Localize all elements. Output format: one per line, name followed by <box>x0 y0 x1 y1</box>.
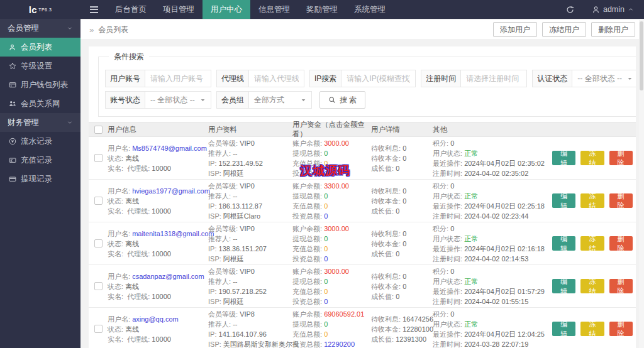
recharge-amount[interactable]: 0 <box>324 288 328 295</box>
withdraw-amount[interactable]: 0 <box>324 235 328 242</box>
nav-item-dashboard[interactable]: 后台首页 <box>107 0 155 19</box>
table-header: 用户信息 用户资料 用户资金（点击金额查看） 用户详情 其他 <box>89 122 636 137</box>
withdraw-amount[interactable]: 0 <box>324 320 328 328</box>
edit-button[interactable]: 编 辑 <box>552 236 575 251</box>
delete-button[interactable]: 删 除 <box>609 151 633 165</box>
withdraw-amount[interactable]: 0 <box>324 150 328 157</box>
freeze-button[interactable]: 冻 结 <box>580 236 604 251</box>
ip-input[interactable] <box>341 70 416 87</box>
delete-button[interactable]: 删 除 <box>609 279 633 293</box>
withdraw-amount[interactable]: 0 <box>324 278 328 285</box>
account-status-label: 账号状态 <box>105 91 145 109</box>
sidebar-item-member-list[interactable]: 会员列表 <box>0 38 80 57</box>
invest-amount[interactable]: 0 <box>324 298 328 305</box>
regtime-input[interactable] <box>461 70 527 87</box>
table-row: 用户名: Ms8574749@gmail.com 状态: 离线 实名: 代理线:… <box>89 137 636 180</box>
edit-button[interactable]: 编 辑 <box>552 322 575 336</box>
username-link[interactable]: axing@qq.com <box>132 315 179 323</box>
add-user-button[interactable]: 添加用户 <box>493 22 537 37</box>
edit-button[interactable]: 编 辑 <box>552 151 575 165</box>
topbar: lc TP6.3 后台首页 项目管理 用户中心 信息管理 奖励管理 系统管理 a… <box>0 0 644 19</box>
invest-amount[interactable]: 0 <box>324 212 328 220</box>
username-link[interactable]: hviegas1977@gmail.com <box>132 187 210 195</box>
row-checkbox[interactable] <box>94 197 103 205</box>
delete-button[interactable]: 删 除 <box>609 193 633 208</box>
username-link[interactable]: Ms8574749@gmail.com <box>132 144 207 152</box>
cell-user-info: 用户名: axing@qq.com 状态: 离线 实名: 代理线: 10000 <box>108 314 208 344</box>
withdraw-amount[interactable]: 0 <box>324 192 328 200</box>
row-checkbox[interactable] <box>94 154 103 162</box>
auth-status-select[interactable]: -- 全部状态 -- <box>572 70 636 87</box>
delete-user-button[interactable]: 删除用户 <box>591 22 635 37</box>
breadcrumb-current: 会员列表 <box>98 24 128 35</box>
sidebar-item-transaction-records[interactable]: 流水记录 <box>0 132 80 151</box>
balance-amount[interactable]: 3000.00 <box>324 139 349 147</box>
user-status-badge: 正常 <box>464 235 478 242</box>
row-checkbox[interactable] <box>94 239 103 247</box>
cell-other: 积分: 0 用户状态: 正常 最近操作: 2024年04月02日 02:35:0… <box>433 138 552 178</box>
edit-button[interactable]: 编 辑 <box>552 193 575 208</box>
freeze-button[interactable]: 冻 结 <box>580 322 604 336</box>
nav-item-rewards[interactable]: 奖励管理 <box>298 0 346 19</box>
user-table: 用户信息 用户资料 用户资金（点击金额查看） 用户详情 其他 用户名: Ms85… <box>89 122 636 348</box>
agent-input[interactable] <box>249 70 304 87</box>
cell-user-profile: 会员等级: VIP8 推荐人: -- IP: 141.164.107.96 IS… <box>208 309 292 348</box>
cell-actions: 编 辑 冻 结 删 除 <box>552 279 633 293</box>
row-checkbox[interactable] <box>94 282 103 290</box>
table-row: 用户名: csadanpaz@gmail.com 状态: 离线 实名: 代理线:… <box>89 265 636 308</box>
sidebar-group-finance[interactable]: 财务管理 <box>0 113 80 132</box>
sidebar-item-level-settings[interactable]: 等级设置 <box>0 57 80 75</box>
freeze-button[interactable]: 冻 结 <box>580 279 604 293</box>
header-user-profile: 用户资料 <box>208 125 292 134</box>
sidebar-item-withdraw-records[interactable]: 提现记录 <box>0 170 80 188</box>
cell-user-funds: 账户余额: 3000.00 提现总额: 0 充值总额: 0 投资总额: 0 <box>292 224 371 264</box>
user-menu[interactable]: admin <box>592 5 634 14</box>
balance-amount[interactable]: 3300.00 <box>324 182 349 190</box>
account-field-group: 用户账号 <box>105 70 211 87</box>
vertical-scrollbar[interactable] <box>639 20 644 348</box>
freeze-button[interactable]: 冻 结 <box>580 151 604 165</box>
nav-item-system[interactable]: 系统管理 <box>346 0 394 19</box>
chevron-up-icon <box>628 6 634 13</box>
cell-user-info: 用户名: Ms8574749@gmail.com 状态: 离线 实名: 代理线:… <box>108 143 208 173</box>
sidebar-item-recharge-records[interactable]: 充值记录 <box>0 151 80 170</box>
nav-item-user-center[interactable]: 用户中心 <box>203 0 250 19</box>
header-user-funds: 用户资金（点击金额查看） <box>292 120 371 139</box>
member-group-select[interactable]: 全部方式 <box>249 91 312 109</box>
search-button[interactable]: 搜 索 <box>319 91 365 109</box>
invest-amount[interactable]: 0 <box>324 255 328 263</box>
account-status-select[interactable]: -- 全部状态 -- <box>145 91 211 109</box>
delete-button[interactable]: 删 除 <box>609 322 633 336</box>
cell-user-profile: 会员等级: VIP0 推荐人: -- IP: 186.13.112.87 ISP… <box>208 181 292 221</box>
username-link[interactable]: maitenita1318@gmail.com <box>132 230 214 237</box>
cell-actions: 编 辑 冻 结 删 除 <box>552 322 633 336</box>
agent-label: 代理线 <box>216 70 249 87</box>
edit-button[interactable]: 编 辑 <box>552 279 575 293</box>
recharge-amount[interactable]: 0 <box>324 245 328 253</box>
recharge-amount[interactable]: 0 <box>324 330 328 338</box>
hamburger-icon[interactable] <box>80 0 107 19</box>
balance-amount[interactable]: 3000.00 <box>324 268 349 275</box>
select-all-checkbox[interactable] <box>94 126 103 134</box>
freeze-user-button[interactable]: 冻结用户 <box>542 22 586 37</box>
agent-field-group: 代理线 <box>216 70 304 87</box>
refresh-icon[interactable] <box>566 6 574 14</box>
recharge-amount[interactable]: 0 <box>324 202 328 210</box>
coin-icon <box>8 138 16 145</box>
account-input[interactable] <box>145 70 211 87</box>
sidebar-group-member[interactable]: 会员管理 <box>0 19 80 38</box>
nav-item-projects[interactable]: 项目管理 <box>155 0 203 19</box>
row-checkbox[interactable] <box>94 325 103 333</box>
username-link[interactable]: csadanpaz@gmail.com <box>132 273 204 280</box>
cell-user-detail: 待收利息: 0 待收本金: 0 成长值: 0 <box>371 229 433 259</box>
balance-amount[interactable]: 3000.00 <box>324 225 349 232</box>
breadcrumb-separator: » <box>89 25 94 35</box>
delete-button[interactable]: 删 除 <box>609 236 633 251</box>
invest-amount[interactable]: 12290200 <box>324 340 355 348</box>
balance-amount[interactable]: 69060592.01 <box>324 310 364 318</box>
freeze-button[interactable]: 冻 结 <box>580 193 604 208</box>
nav-item-information[interactable]: 信息管理 <box>250 0 298 19</box>
sidebar-item-relation-network[interactable]: 会员关系网 <box>0 94 80 113</box>
sidebar-item-wallet-list[interactable]: 用户钱包列表 <box>0 75 80 94</box>
scrollbar-thumb[interactable] <box>640 21 643 90</box>
